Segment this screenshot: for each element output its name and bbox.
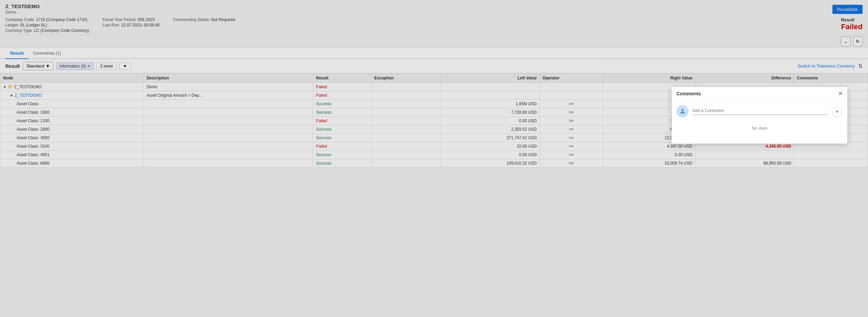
- send-comment-button[interactable]: ➤: [832, 106, 843, 117]
- svg-point-0: [682, 109, 684, 111]
- send-icon: ➤: [835, 109, 839, 114]
- comment-input-row: ➤: [676, 105, 843, 117]
- comment-input[interactable]: [692, 108, 828, 113]
- no-data-message: No data: [676, 117, 843, 139]
- dialog-title: Comments: [676, 91, 701, 96]
- comment-input-wrap: [692, 108, 828, 115]
- comments-dialog: Comments ✕ ➤ No data: [671, 87, 848, 144]
- avatar: [676, 105, 689, 117]
- dialog-close-button[interactable]: ✕: [838, 90, 843, 97]
